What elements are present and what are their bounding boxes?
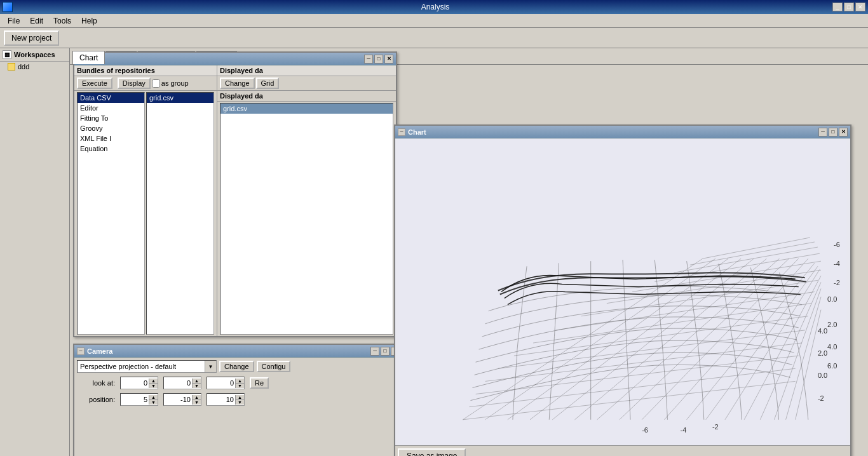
bundles-toolbar: Execute Display as group — [74, 76, 217, 91]
look-at-z-up[interactable]: ▲ — [236, 379, 244, 384]
look-at-x-down[interactable]: ▼ — [149, 384, 158, 388]
projection-dropdown-arrow[interactable]: ▼ — [205, 361, 216, 372]
execute-button[interactable]: Execute — [77, 77, 112, 89]
close-button[interactable]: ✕ — [855, 3, 865, 11]
source-item-data-csv[interactable]: Data CSV — [78, 93, 144, 103]
sidebar: ▦ Workspaces ddd — [0, 48, 70, 456]
pos-z-spinbox[interactable]: 10 ▲ ▼ — [207, 393, 245, 406]
displayed-data-header: Displayed da — [217, 65, 396, 76]
data-panel-header: ─ Data ─ □ ✕ — [74, 53, 396, 65]
svg-text:-6: -6 — [834, 241, 840, 248]
pos-x-spinbox[interactable]: 5 ▲ ▼ — [120, 393, 158, 406]
data-panel-maximize[interactable]: □ — [374, 55, 383, 64]
chart-svg: -6 -4 -2 0.0 2.0 4.0 6.0 4.0 2.0 0.0 -2 — [395, 138, 850, 445]
data-panel-close[interactable]: ✕ — [384, 55, 393, 64]
camera-configure-button[interactable]: Configu — [257, 361, 291, 372]
data-panel: ─ Data ─ □ ✕ Bundles of repositories Exe… — [73, 51, 397, 337]
pos-z-down[interactable]: ▼ — [236, 400, 244, 405]
pos-y-down[interactable]: ▼ — [193, 400, 201, 405]
svg-text:-4: -4 — [834, 260, 840, 267]
look-at-label: look at: — [77, 379, 115, 387]
chart-panel-title: Chart — [408, 128, 818, 136]
camera-panel-header: ─ Camera ─ □ ✕ — [74, 345, 402, 358]
svg-text:-2: -2 — [818, 394, 824, 402]
camera-panel-maximize[interactable]: □ — [381, 347, 390, 356]
look-at-z-down[interactable]: ▼ — [236, 384, 244, 388]
change-button[interactable]: Change — [220, 77, 255, 89]
svg-text:6.0: 6.0 — [827, 362, 837, 370]
new-project-button[interactable]: New project — [4, 30, 59, 46]
look-at-y-spinbox[interactable]: 0 ▲ ▼ — [163, 377, 201, 389]
camera-change-button[interactable]: Change — [219, 361, 254, 372]
chart-panel-minimize[interactable]: ─ — [818, 128, 827, 137]
menu-bar: File Edit Tools Help — [0, 14, 868, 28]
displayed-data-subheader: Displayed da — [217, 91, 396, 102]
chart-panel-close[interactable]: ✕ — [839, 128, 848, 137]
repo-item-grid-csv[interactable]: grid.csv — [147, 93, 214, 103]
chart-panel-maximize[interactable]: □ — [829, 128, 837, 137]
source-item-xml-file[interactable]: XML File I — [78, 133, 144, 144]
look-at-y-up[interactable]: ▲ — [193, 379, 201, 384]
pos-z-up[interactable]: ▲ — [236, 395, 244, 400]
as-group-checkbox[interactable] — [152, 79, 160, 88]
pos-x-up[interactable]: ▲ — [149, 395, 158, 400]
chart-panel: ─ Chart ─ □ ✕ -6 -4 — [394, 124, 851, 456]
svg-text:-6: -6 — [642, 426, 648, 434]
as-group-label[interactable]: as group — [152, 79, 189, 88]
svg-rect-0 — [399, 138, 846, 445]
camera-panel: ─ Camera ─ □ ✕ Perspective projection - … — [73, 344, 403, 456]
look-at-x-up[interactable]: ▲ — [149, 379, 158, 384]
pos-y-spinbox[interactable]: -10 ▲ ▼ — [163, 393, 201, 406]
svg-text:-2: -2 — [834, 279, 840, 286]
displayed-list: grid.csv — [220, 103, 393, 335]
folder-icon — [8, 63, 15, 70]
chart-body: -6 -4 -2 0.0 2.0 4.0 6.0 4.0 2.0 0.0 -2 — [395, 138, 850, 456]
svg-text:-2: -2 — [712, 423, 719, 431]
maximize-button[interactable]: □ — [844, 3, 854, 11]
look-at-x-spinbox[interactable]: 0 ▲ ▼ — [120, 377, 158, 389]
menu-tools[interactable]: Tools — [48, 15, 76, 27]
pos-y-up[interactable]: ▲ — [193, 395, 201, 400]
position-row: position: 5 ▲ ▼ -10 ▲ ▼ — [77, 393, 400, 406]
reset-button[interactable]: Re — [250, 377, 269, 389]
svg-text:0.0: 0.0 — [818, 372, 827, 379]
projection-select[interactable]: Perspective projection - default ▼ — [77, 360, 217, 373]
source-item-editor[interactable]: Editor — [78, 103, 144, 113]
camera-panel-minimize[interactable]: ─ — [370, 347, 379, 356]
menu-edit[interactable]: Edit — [25, 15, 48, 27]
title-bar: Analysis _ □ ✕ — [0, 0, 868, 14]
minimize-button[interactable]: _ — [832, 3, 843, 11]
chart-panel-icon: ─ — [398, 128, 405, 136]
chart-footer: Save as image — [395, 445, 850, 456]
chart-panel-header: ─ Chart ─ □ ✕ — [395, 126, 850, 138]
workspaces-icon: ▦ — [3, 50, 11, 59]
camera-toolbar: Perspective projection - default ▼ Chang… — [77, 360, 400, 373]
position-label: position: — [77, 396, 115, 403]
svg-text:-4: -4 — [681, 426, 687, 434]
save-as-image-button[interactable]: Save as image — [398, 448, 466, 456]
content-area: Chart Data Components Camera ─ Data ─ □ … — [70, 48, 868, 456]
menu-help[interactable]: Help — [76, 15, 102, 27]
svg-text:2.0: 2.0 — [818, 349, 827, 357]
disp-item-grid-csv[interactable]: grid.csv — [220, 104, 393, 114]
source-item-groovy[interactable]: Groovy — [78, 123, 144, 133]
repo-list: grid.csv — [146, 92, 214, 335]
camera-panel-icon: ─ — [77, 347, 85, 355]
pos-x-down[interactable]: ▼ — [149, 400, 158, 405]
tab-chart[interactable]: Chart — [72, 51, 105, 64]
data-panel-minimize[interactable]: ─ — [364, 55, 373, 64]
svg-text:2.0: 2.0 — [827, 321, 837, 328]
svg-text:4.0: 4.0 — [818, 327, 827, 335]
grid-button[interactable]: Grid — [256, 77, 280, 89]
menu-file[interactable]: File — [3, 15, 25, 27]
window-title: Analysis — [38, 3, 832, 11]
look-at-y-down[interactable]: ▼ — [193, 384, 201, 388]
source-item-fitting[interactable]: Fitting To — [78, 113, 144, 123]
toolbar: New project — [0, 28, 868, 48]
sidebar-item-ddd[interactable]: ddd — [0, 62, 69, 72]
source-item-equation[interactable]: Equation — [78, 144, 144, 154]
svg-text:0.0: 0.0 — [827, 295, 837, 303]
chart-canvas: -6 -4 -2 0.0 2.0 4.0 6.0 4.0 2.0 0.0 -2 — [395, 138, 850, 445]
look-at-z-spinbox[interactable]: 0 ▲ ▼ — [207, 377, 245, 389]
display-button[interactable]: Display — [118, 77, 151, 89]
